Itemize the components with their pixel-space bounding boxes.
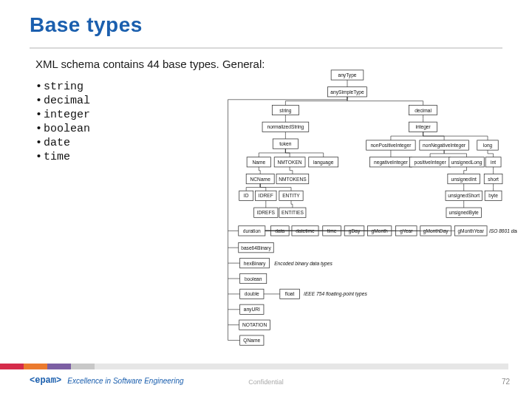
svg-text:short: short xyxy=(488,177,499,182)
svg-text:ENTITY: ENTITY xyxy=(282,193,300,198)
svg-text:Name: Name xyxy=(252,160,265,165)
confidential-label: Confidential xyxy=(248,378,284,386)
svg-text:normalizedString: normalizedString xyxy=(267,124,304,130)
svg-text:unsignedShort: unsignedShort xyxy=(448,193,480,199)
svg-text:long: long xyxy=(483,143,493,149)
svg-text:IDREF: IDREF xyxy=(259,193,273,198)
svg-text:gYear: gYear xyxy=(400,228,413,234)
svg-text:double: double xyxy=(245,291,259,296)
svg-text:string: string xyxy=(279,108,292,114)
svg-text:Encoded binary data types: Encoded binary data types xyxy=(274,261,332,267)
svg-text:positiveInteger: positiveInteger xyxy=(414,160,446,166)
svg-text:float: float xyxy=(285,291,295,296)
svg-text:unsignedLong: unsignedLong xyxy=(451,160,482,166)
svg-text:language: language xyxy=(313,160,334,166)
page-number: 72 xyxy=(502,378,510,386)
svg-text:ID: ID xyxy=(244,193,249,198)
svg-text:anySimpleType: anySimpleType xyxy=(330,89,364,95)
svg-text:NOTATION: NOTATION xyxy=(242,322,267,327)
svg-text:NCName: NCName xyxy=(250,177,271,182)
svg-text:boolean: boolean xyxy=(245,276,262,282)
svg-text:nonPositiveInteger: nonPositiveInteger xyxy=(370,143,412,149)
footer-accent-bar xyxy=(0,364,508,369)
svg-text:QName: QName xyxy=(243,338,260,344)
tagline: Excellence in Software Engineering xyxy=(67,377,183,385)
svg-text:IEEE 754 floating-point types: IEEE 754 floating-point types xyxy=(304,291,367,297)
svg-text:negativeInteger: negativeInteger xyxy=(374,160,409,166)
slide-title: Base types xyxy=(30,13,532,37)
svg-text:anyURI: anyURI xyxy=(244,307,260,313)
svg-text:nonNegativeInteger: nonNegativeInteger xyxy=(423,143,466,149)
svg-text:base64Binary: base64Binary xyxy=(241,245,271,251)
svg-text:gMonthYear: gMonthYear xyxy=(457,228,484,234)
svg-text:ENTITIES: ENTITIES xyxy=(282,210,304,215)
svg-text:gDay: gDay xyxy=(349,228,361,234)
svg-text:NMTOKEN: NMTOKEN xyxy=(278,160,302,165)
title-underline xyxy=(30,47,502,49)
svg-text:gMonthDay: gMonthDay xyxy=(423,228,449,234)
svg-text:gMonth: gMonth xyxy=(372,228,388,234)
svg-text:byte: byte xyxy=(488,193,498,199)
svg-text:duration: duration xyxy=(243,228,261,233)
logo: <epam> xyxy=(30,375,61,386)
svg-text:NMTOKENS: NMTOKENS xyxy=(279,177,307,182)
svg-text:anyType: anyType xyxy=(338,72,356,78)
svg-text:integer: integer xyxy=(415,124,431,130)
svg-text:unsignedInt: unsignedInt xyxy=(451,177,477,183)
svg-text:IDREFS: IDREFS xyxy=(257,210,276,215)
svg-text:ISO 8601 date and time types: ISO 8601 date and time types xyxy=(489,228,517,234)
svg-text:token: token xyxy=(279,141,292,146)
slide-title-area: Base types xyxy=(0,0,532,43)
svg-text:unsignedByte: unsignedByte xyxy=(449,210,480,216)
type-hierarchy-diagram: anyTypeanySimpleTypestringdecimalnormali… xyxy=(207,68,517,349)
svg-text:decimal: decimal xyxy=(415,108,432,113)
svg-text:hexBinary: hexBinary xyxy=(244,261,266,267)
svg-text:int: int xyxy=(491,160,496,165)
